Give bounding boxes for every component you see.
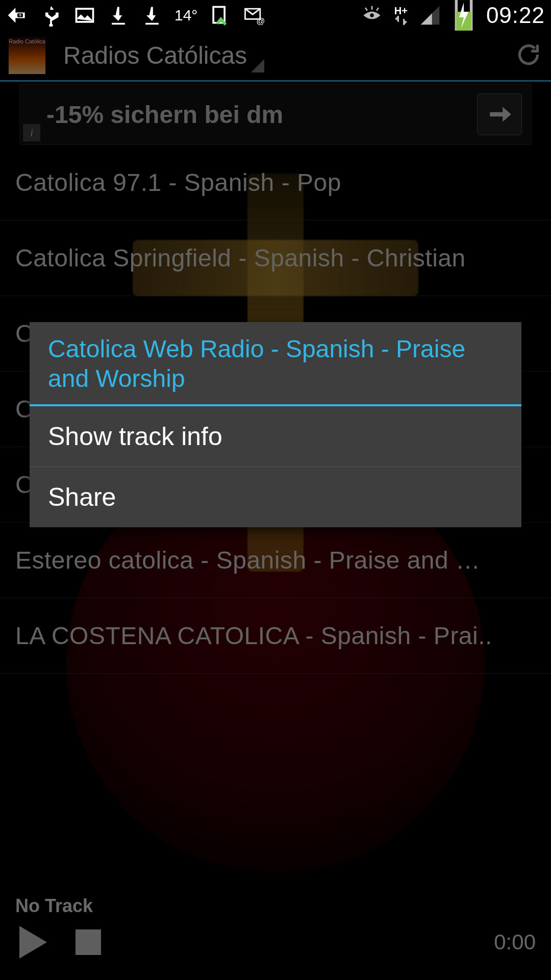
clock: 09:22 bbox=[486, 3, 545, 28]
svg-rect-6 bbox=[397, 16, 399, 22]
back-plus-icon: + bbox=[6, 4, 29, 27]
signal-icon bbox=[419, 4, 441, 27]
mail-at-icon: @ bbox=[242, 4, 265, 27]
dialog-option-track-info[interactable]: Show track info bbox=[30, 406, 521, 467]
mobile-data-icon: H+ bbox=[394, 6, 408, 25]
battery-charging-icon bbox=[453, 4, 475, 27]
download-icon bbox=[107, 4, 130, 27]
picture-icon bbox=[73, 4, 96, 27]
svg-text:+: + bbox=[18, 11, 22, 19]
svg-text:@: @ bbox=[257, 16, 265, 26]
usb-icon bbox=[40, 4, 62, 27]
app-root: Radio Católica Radios Católicas i -15% s… bbox=[0, 31, 551, 980]
status-bar: + 14° @ H+ 09:22 bbox=[0, 0, 551, 31]
eye-icon bbox=[361, 4, 383, 27]
context-dialog: Catolica Web Radio - Spanish - Praise an… bbox=[30, 322, 521, 527]
update-available-icon bbox=[209, 4, 231, 27]
network-type-label: H+ bbox=[394, 6, 408, 16]
download-icon bbox=[141, 4, 163, 27]
dialog-option-share[interactable]: Share bbox=[30, 467, 521, 527]
svg-rect-7 bbox=[403, 19, 405, 25]
temperature-indicator: 14° bbox=[174, 7, 197, 24]
dialog-title: Catolica Web Radio - Spanish - Praise an… bbox=[30, 322, 521, 406]
